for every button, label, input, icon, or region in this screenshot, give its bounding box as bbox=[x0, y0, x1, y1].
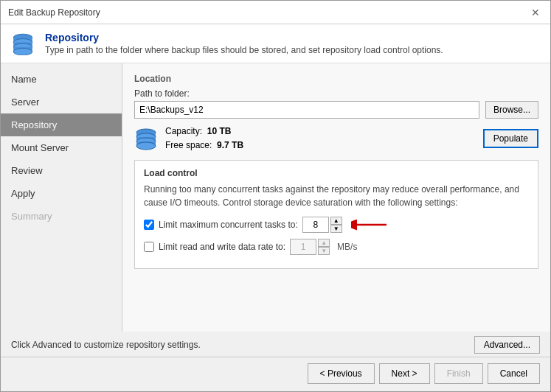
free-space-value: 9.7 TB bbox=[217, 140, 243, 150]
arrow-indicator bbox=[351, 217, 388, 232]
dialog-title: Edit Backup Repository bbox=[8, 7, 100, 18]
tasks-spinner: ▲ ▼ bbox=[302, 217, 342, 233]
data-rate-label: Limit read and write data rate to: bbox=[159, 242, 285, 252]
footer-nav: < Previous Next > Finish Cancel bbox=[1, 357, 550, 391]
sidebar-item-mount-server[interactable]: Mount Server bbox=[1, 136, 122, 159]
capacity-label: Capacity: bbox=[165, 126, 202, 136]
sidebar-item-server[interactable]: Server bbox=[1, 91, 122, 113]
header-text: Repository Type in path to the folder wh… bbox=[45, 32, 443, 55]
previous-button[interactable]: < Previous bbox=[308, 363, 375, 384]
load-control-box: Load control Running too many concurrent… bbox=[134, 160, 538, 269]
rate-unit-label: MB/s bbox=[337, 242, 357, 252]
content-area: Location Path to folder: Browse... bbox=[122, 63, 550, 332]
capacity-info: Capacity: 10 TB Free space: 9.7 TB bbox=[165, 125, 243, 153]
sidebar-item-repository[interactable]: Repository bbox=[1, 113, 122, 136]
path-label: Path to folder: bbox=[134, 88, 538, 99]
rate-spin-up[interactable]: ▲ bbox=[318, 239, 330, 247]
capacity-db-icon bbox=[134, 127, 158, 150]
sidebar-item-review[interactable]: Review bbox=[1, 159, 122, 182]
body: Name Server Repository Mount Server Revi… bbox=[1, 63, 550, 332]
advanced-hint: Click Advanced to customize repository s… bbox=[11, 340, 201, 350]
data-rate-row: Limit read and write data rate to: ▲ ▼ M… bbox=[144, 239, 529, 255]
concurrent-tasks-label: Limit maximum concurrent tasks to: bbox=[159, 220, 298, 230]
footer-advanced-row: Click Advanced to customize repository s… bbox=[1, 332, 550, 357]
tasks-input[interactable] bbox=[302, 217, 329, 233]
concurrent-tasks-checkbox[interactable] bbox=[144, 220, 154, 230]
browse-button[interactable]: Browse... bbox=[485, 101, 538, 119]
close-button[interactable]: ✕ bbox=[528, 5, 543, 20]
sidebar: Name Server Repository Mount Server Revi… bbox=[1, 63, 122, 332]
location-section-label: Location bbox=[134, 74, 538, 84]
advanced-button[interactable]: Advanced... bbox=[474, 336, 540, 354]
header-title: Repository bbox=[45, 32, 443, 43]
tasks-spin-up[interactable]: ▲ bbox=[330, 217, 342, 225]
tasks-spin-down[interactable]: ▼ bbox=[330, 225, 342, 233]
svg-point-6 bbox=[13, 48, 32, 55]
rate-spin-down[interactable]: ▼ bbox=[318, 247, 330, 255]
sidebar-item-summary: Summary bbox=[1, 205, 122, 228]
load-control-title: Load control bbox=[144, 168, 529, 178]
free-space-label: Free space: bbox=[165, 140, 212, 150]
header-description: Type in path to the folder where backup … bbox=[45, 45, 443, 55]
dialog: Edit Backup Repository ✕ Repository Type… bbox=[0, 0, 551, 392]
sidebar-item-apply[interactable]: Apply bbox=[1, 182, 122, 205]
sidebar-item-name[interactable]: Name bbox=[1, 68, 122, 91]
path-input[interactable] bbox=[134, 101, 479, 119]
data-rate-checkbox[interactable] bbox=[144, 242, 154, 252]
rate-input[interactable] bbox=[290, 239, 316, 255]
capacity-value: 10 TB bbox=[207, 126, 232, 136]
rate-spin-buttons: ▲ ▼ bbox=[318, 239, 330, 255]
load-control-description: Running too many concurrent tasks agains… bbox=[144, 183, 529, 209]
path-row: Browse... bbox=[134, 101, 538, 119]
svg-point-13 bbox=[136, 142, 156, 150]
repository-icon bbox=[11, 32, 35, 55]
rate-spinner: ▲ ▼ bbox=[290, 239, 330, 255]
capacity-row: Capacity: 10 TB Free space: 9.7 TB Popul… bbox=[134, 125, 538, 153]
title-bar: Edit Backup Repository ✕ bbox=[1, 1, 550, 24]
next-button[interactable]: Next > bbox=[379, 363, 430, 384]
header: Repository Type in path to the folder wh… bbox=[1, 24, 550, 63]
finish-button[interactable]: Finish bbox=[434, 363, 483, 384]
concurrent-tasks-row: Limit maximum concurrent tasks to: ▲ ▼ bbox=[144, 217, 529, 233]
populate-button[interactable]: Populate bbox=[483, 129, 538, 148]
tasks-spin-buttons: ▲ ▼ bbox=[330, 217, 342, 233]
cancel-button[interactable]: Cancel bbox=[488, 363, 540, 384]
